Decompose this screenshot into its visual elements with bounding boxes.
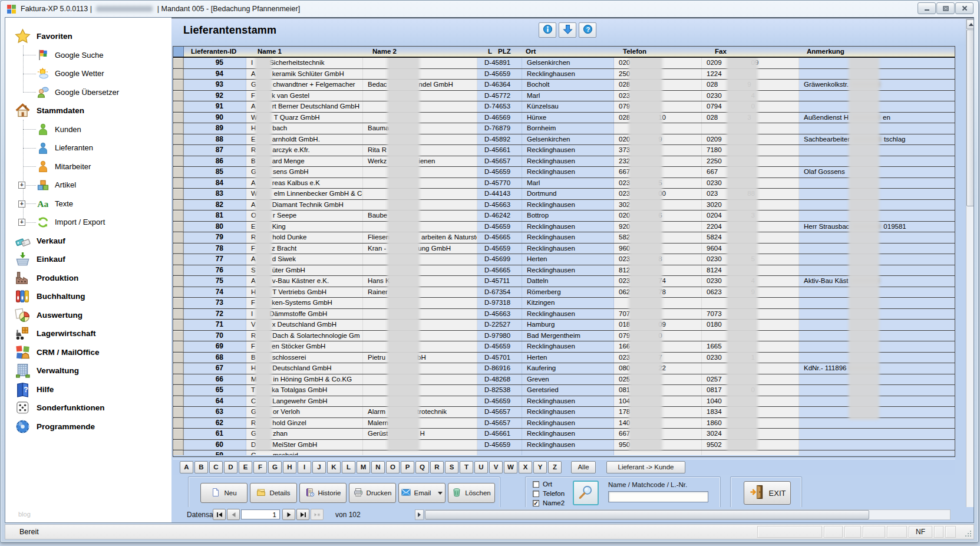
email-button[interactable]: Email xyxy=(398,483,446,503)
table-row[interactable]: 95ISicherheitstechnikD-45891Gelsenkirche… xyxy=(173,58,955,69)
alpha-filter-w[interactable]: W xyxy=(504,461,517,473)
column-header-ort[interactable]: Ort xyxy=(522,47,614,57)
sidebar-item-buchhaltung[interactable]: Buchhaltung xyxy=(5,287,171,306)
alpha-filter-g[interactable]: G xyxy=(268,461,282,473)
new-record-button[interactable] xyxy=(311,509,324,520)
alpha-filter-f[interactable]: F xyxy=(253,461,267,473)
row-selector[interactable] xyxy=(173,418,184,429)
table-row[interactable]: 82ADiamant Technik GmbHD-45663Recklingha… xyxy=(173,200,955,211)
table-row[interactable]: 71Vx Deutschland GmbHD-22527Hamburg01809… xyxy=(173,320,955,331)
details-button[interactable]: Details xyxy=(250,483,297,503)
row-selector[interactable] xyxy=(173,178,184,189)
drucken-button[interactable]: Drucken xyxy=(349,483,396,503)
horizontal-scroll-thumb[interactable] xyxy=(425,510,869,519)
minimize-icon[interactable] xyxy=(918,2,936,14)
alpha-filter-y[interactable]: Y xyxy=(533,461,547,473)
sidebar-item-auswertung[interactable]: Auswertung xyxy=(5,306,171,325)
search-button[interactable] xyxy=(573,481,599,505)
column-header-id[interactable]: Lieferanten-ID xyxy=(184,47,246,57)
vertical-scrollbar[interactable] xyxy=(966,19,974,521)
vertical-scroll-thumb[interactable] xyxy=(966,29,974,206)
expand-icon[interactable]: + xyxy=(18,200,25,208)
restore-icon[interactable] xyxy=(936,2,955,14)
sidebar-item-sonderfunktionen[interactable]: Sonderfunktionen xyxy=(5,399,171,417)
sidebar-item-crm-mailoffice[interactable]: CRM / MailOffice xyxy=(5,343,171,362)
row-selector[interactable] xyxy=(173,429,184,439)
table-row[interactable]: 90WT Quarz GmbHD-46569Hünxe028100283Auße… xyxy=(173,113,955,124)
row-selector[interactable] xyxy=(173,222,184,232)
row-selector[interactable] xyxy=(173,353,184,363)
sidebar-item-lagerwirtschaft[interactable]: Lagerwirtschaft xyxy=(5,324,171,343)
table-row[interactable]: 60DMeiSter GmbHD-45659Recklinghausen9509… xyxy=(173,440,955,451)
next-record-button[interactable] xyxy=(282,509,295,520)
table-row[interactable]: 66Min Höning GmbH & Co.KGD-48268Greven02… xyxy=(173,374,955,386)
sidebar-item-google-suche[interactable]: Google Suche xyxy=(5,46,171,65)
alpha-filter-c[interactable]: C xyxy=(209,461,223,473)
alpha-filter-s[interactable]: S xyxy=(445,461,458,473)
alpha-filter-r[interactable]: R xyxy=(430,461,444,473)
alpha-filter-d[interactable]: D xyxy=(224,461,237,473)
checkbox-icon[interactable] xyxy=(533,491,539,497)
alpha-filter-z[interactable]: Z xyxy=(548,461,562,473)
horizontal-scroll-track[interactable] xyxy=(424,509,951,520)
row-selector[interactable] xyxy=(173,341,184,352)
row-selector[interactable] xyxy=(173,80,184,90)
column-header-n1[interactable]: Name 1 xyxy=(246,47,363,57)
row-selector[interactable] xyxy=(173,91,184,101)
table-row[interactable]: 91Art Berner Deutschland GmbHD-74653Künz… xyxy=(173,101,955,113)
alpha-filter-k[interactable]: K xyxy=(327,461,341,473)
help-button[interactable]: ? xyxy=(579,22,596,38)
alpha-filter-alle[interactable]: Alle xyxy=(571,461,596,473)
table-row[interactable]: 77Ad SiwekD-45699Herten023802305 xyxy=(173,254,955,265)
column-header-fax[interactable]: Fax xyxy=(702,47,799,57)
record-number-input[interactable] xyxy=(241,509,280,519)
loeschen-button[interactable]: Löschen xyxy=(448,483,495,503)
table-row[interactable]: 83Welm Linnenbecker GmbH & CoD-44143Dort… xyxy=(173,189,955,200)
sidebar-item-artikel[interactable]: +Artikel xyxy=(5,176,171,195)
alpha-filter-o[interactable]: O xyxy=(386,461,400,473)
search-input[interactable] xyxy=(608,491,708,502)
row-selector[interactable] xyxy=(173,134,184,145)
sidebar-item-mitarbeiter[interactable]: Mitarbeiter xyxy=(5,157,171,176)
dropdown-arrow-icon[interactable] xyxy=(438,492,443,495)
row-selector[interactable] xyxy=(173,320,184,330)
row-selector[interactable] xyxy=(173,210,184,221)
scroll-right-icon[interactable] xyxy=(415,509,424,520)
sidebar-item-kunden[interactable]: Kunden xyxy=(5,120,171,139)
sidebar-item-google-wetter[interactable]: Google Wetter xyxy=(5,64,171,83)
table-row[interactable]: 61GzhanGerüstHD-45661Recklinghausen66730… xyxy=(173,429,955,440)
table-row[interactable]: 72IDämmstoffe GmbHD-45663Recklinghausen7… xyxy=(173,309,955,320)
row-selector[interactable] xyxy=(173,287,184,298)
table-row[interactable]: 65Tka Totalgas GmbHD-82538Geretsried0810… xyxy=(173,385,955,396)
row-selector[interactable] xyxy=(173,331,184,341)
alpha-filter-h[interactable]: H xyxy=(283,461,296,473)
sidebar-item-verkauf[interactable]: Verkauf xyxy=(5,232,171,251)
checkbox-ort[interactable]: Ort xyxy=(533,481,552,488)
alpha-filter-l[interactable]: L xyxy=(342,461,355,473)
row-selector[interactable] xyxy=(173,276,184,287)
table-row[interactable]: 88Earnholdt GmbH.D-45892Gelsenkirchen020… xyxy=(173,134,955,146)
checkbox-telefon[interactable]: Telefon xyxy=(533,490,565,497)
alpha-filter-n[interactable]: N xyxy=(371,461,385,473)
row-selector[interactable] xyxy=(173,145,184,156)
table-row[interactable]: 63Gor VerlohAlarmtrotechnikD-45657Reckli… xyxy=(173,407,955,418)
sidebar-item-google-uebersetzer[interactable]: Google Übersetzer xyxy=(5,83,171,102)
row-selector[interactable] xyxy=(173,156,184,167)
row-selector[interactable] xyxy=(173,407,184,417)
alpha-filter-p[interactable]: P xyxy=(401,461,414,473)
sidebar-item-lieferanten[interactable]: Lieferanten xyxy=(5,139,171,157)
row-selector[interactable] xyxy=(173,167,184,177)
info-button[interactable] xyxy=(539,22,556,38)
row-selector[interactable] xyxy=(173,189,184,199)
row-selector[interactable] xyxy=(173,244,184,254)
table-row[interactable]: 80EKingD-45659Recklinghausen9202204Herr … xyxy=(173,222,955,233)
row-selector[interactable] xyxy=(173,200,184,210)
sidebar-item-programmende[interactable]: Programmende xyxy=(5,417,171,436)
table-row[interactable]: 68BschlossereiPietrubHD-45701Herten02370… xyxy=(173,353,955,364)
row-selector[interactable] xyxy=(173,101,184,112)
table-row[interactable]: 75Av-Bau Kästner e.K.Hans KD-45711Dattel… xyxy=(173,276,955,287)
row-selector[interactable] xyxy=(173,450,184,455)
sidebar-item-verwaltung[interactable]: Verwaltung xyxy=(5,361,171,380)
row-selector[interactable] xyxy=(173,363,184,374)
column-header-anm[interactable]: Anmerkung xyxy=(799,47,956,57)
